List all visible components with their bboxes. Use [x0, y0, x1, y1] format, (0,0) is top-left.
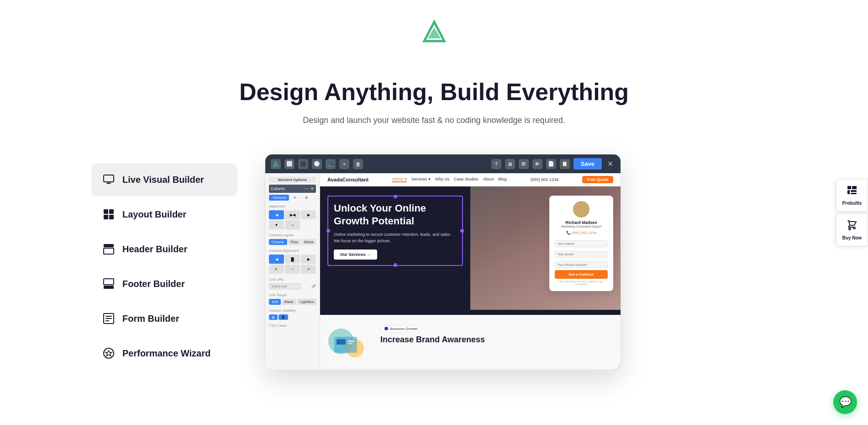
alignment-label: Alignment	[269, 204, 316, 208]
contact-submit-btn[interactable]: Get a Callback	[555, 270, 608, 279]
avada-logo-icon	[421, 18, 448, 46]
svg-rect-23	[337, 339, 346, 345]
toolbar-history-icon[interactable]: ⬜	[284, 159, 295, 169]
svg-rect-30	[851, 193, 857, 194]
link-url-input[interactable]	[269, 283, 301, 289]
preview-logo: AvadaConsultant	[327, 177, 368, 182]
prebuilts-icon	[847, 185, 857, 198]
panel-tabs: General ✏ ⊕ …	[269, 195, 316, 201]
column-visibility-label: Column Visibility	[269, 308, 316, 313]
toolbar-avada-icon[interactable]	[271, 159, 281, 169]
contact-name-input[interactable]	[555, 240, 608, 247]
toolbar-clock-icon[interactable]: 🕐	[312, 159, 322, 169]
preview-hero-left: Unlock Your Online Growth Potential Onli…	[320, 186, 470, 310]
style-tab[interactable]: ✏	[290, 195, 300, 201]
sidebar-item-layout-builder[interactable]: Layout Builder	[91, 198, 237, 231]
preview-nav-links: Home ▾ Services ▾ Why Us Case Studies Ab…	[392, 177, 506, 182]
hero-title: Design Anything, Build Everything	[238, 78, 631, 106]
sidebar-item-label-form-builder: Form Builder	[122, 313, 179, 324]
layout-icon	[102, 208, 115, 221]
self-target-btn[interactable]: Self	[269, 299, 281, 305]
prebuilts-widget[interactable]: Prebuilts	[836, 179, 868, 212]
save-button[interactable]: Save	[573, 158, 602, 170]
column-layout-btn[interactable]: Column	[269, 239, 287, 245]
tablet-visibility-btn[interactable]: 📱	[279, 314, 288, 320]
toolbar-layers-icon[interactable]: ⬛	[298, 159, 308, 169]
contact-phone-input[interactable]	[555, 261, 608, 268]
close-button[interactable]: ✕	[605, 159, 615, 168]
align-stretch-btn[interactable]: ↔	[285, 220, 300, 229]
handle-top[interactable]	[394, 195, 397, 198]
toolbar-studio-icon[interactable]: 📺	[326, 159, 336, 169]
content-align-tr-btn[interactable]: ↗	[301, 265, 316, 274]
sidebar-item-live-visual-builder[interactable]: Live Visual Builder	[91, 163, 237, 196]
toolbar-doc-icon[interactable]: 📄	[546, 159, 556, 169]
link-icon: 🔗	[311, 284, 316, 288]
toolbar-help-icon[interactable]: ?	[491, 159, 501, 169]
preview-service-btn[interactable]: Our Services →	[334, 250, 377, 260]
align-right-btn[interactable]: ▶	[301, 210, 316, 219]
preview-selected-column: Unlock Your Online Growth Potential Onli…	[327, 196, 463, 266]
content-layout-buttons: Column Row Block	[269, 239, 316, 245]
footer-icon	[102, 277, 115, 290]
general-tab[interactable]: General	[269, 195, 289, 201]
badge-dot	[384, 327, 388, 330]
copy-tab[interactable]: ⊕	[301, 195, 312, 201]
hero-section: Design Anything, Build Everything Design…	[229, 59, 640, 154]
align-bottom-btn[interactable]: ▼	[269, 220, 284, 229]
contact-email-input[interactable]	[555, 251, 608, 258]
toolbar-desktop-icon[interactable]: 🖥	[505, 159, 515, 169]
panel-close-icon[interactable]: ✕	[310, 186, 314, 191]
lightbox-target-btn[interactable]: Lightbox	[297, 299, 316, 305]
monitor-icon	[102, 173, 115, 186]
content-align-left-btn[interactable]: ◀	[269, 255, 284, 264]
content-align-right-btn[interactable]: ▶	[301, 255, 316, 264]
buy-now-widget[interactable]: Buy Now	[836, 213, 868, 246]
sidebar-item-header-builder[interactable]: Header Builder	[91, 233, 237, 266]
column-panel-header: Column ⋯ ✕	[269, 185, 316, 193]
preview-cta-btn[interactable]: Free Quote	[582, 176, 613, 183]
desktop-visibility-btn[interactable]: 🖥	[269, 314, 278, 320]
sidebar-menu: Live Visual Builder Layout Builder H	[91, 154, 237, 372]
toolbar-left: ⬜ ⬛ 🕐 📺 + 🗑	[271, 159, 363, 169]
panel-expand-icon[interactable]: ⋯	[305, 186, 309, 191]
buy-now-label: Buy Now	[842, 235, 862, 240]
svg-rect-25	[348, 343, 352, 344]
preview-hero: Unlock Your Online Growth Potential Onli…	[320, 186, 621, 310]
contact-avatar	[573, 201, 589, 218]
content-layout-label: Content Layout	[269, 233, 316, 237]
toolbar-columns-icon[interactable]: ⊞	[519, 159, 529, 169]
svg-rect-29	[851, 190, 857, 192]
sidebar-item-performance-wizard[interactable]: Performance Wizard	[91, 337, 237, 370]
element-options-label: Element Options	[269, 177, 316, 183]
svg-rect-26	[847, 186, 851, 189]
align-center-btn[interactable]: ▶◀	[285, 210, 300, 219]
svg-point-17	[104, 348, 114, 358]
handle-left[interactable]	[326, 229, 330, 233]
preview-bottom: Business Growth Increase Brand Awareness	[320, 315, 621, 370]
svg-rect-5	[104, 209, 108, 214]
toolbar-copy-icon[interactable]: 📋	[560, 159, 570, 169]
block-layout-btn[interactable]: Block	[302, 239, 316, 245]
preview-website: AvadaConsultant Home ▾ Services ▾ Why Us…	[320, 173, 621, 370]
sidebar-item-footer-builder[interactable]: Footer Builder	[91, 267, 237, 300]
content-align-tc-btn[interactable]: ↑	[285, 265, 300, 274]
builder-screenshot: ⬜ ⬛ 🕐 📺 + 🗑 ? 🖥 ⊞ 👁 📄 📋 Save ✕	[265, 154, 621, 370]
contact-title: Marketing Consultant Expert	[555, 225, 608, 228]
content-align-tl-btn[interactable]: ↖	[269, 265, 284, 274]
row-layout-btn[interactable]: Row	[288, 239, 301, 245]
align-left-btn[interactable]: ◀	[269, 210, 284, 219]
chat-button[interactable]: 💬	[833, 390, 857, 414]
toolbar-plus-icon[interactable]: +	[339, 159, 349, 169]
content-align-center-btn[interactable]: ▐▌	[285, 255, 300, 264]
sidebar-item-form-builder[interactable]: Form Builder	[91, 302, 237, 335]
extra-tab[interactable]: …	[313, 195, 320, 201]
toolbar-trash-icon[interactable]: 🗑	[353, 159, 363, 169]
preview-bottom-left	[327, 320, 373, 364]
cart-icon	[847, 219, 857, 233]
contact-phone: 📞 (555) 802-1234	[555, 231, 608, 235]
handle-bottom[interactable]	[394, 263, 397, 267]
handle-right[interactable]	[460, 229, 464, 233]
blank-target-btn[interactable]: Blank	[282, 299, 296, 305]
toolbar-eye-icon[interactable]: 👁	[532, 159, 542, 169]
